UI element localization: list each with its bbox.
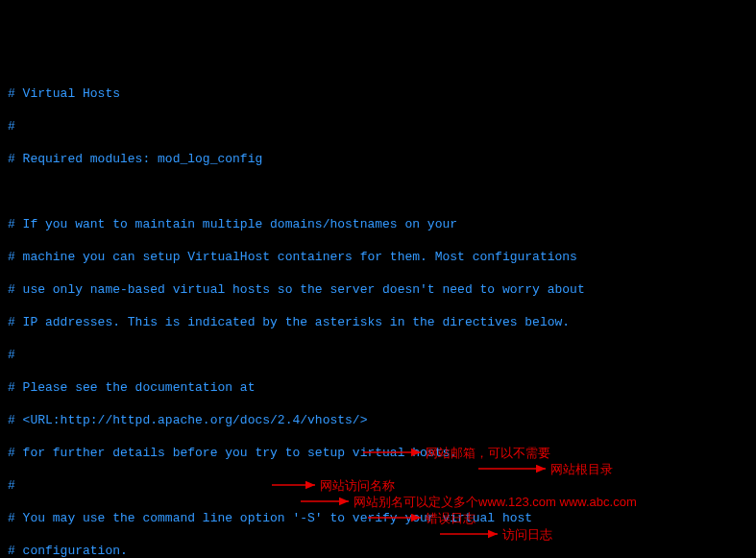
- comment-line: # Please see the documentation at: [8, 379, 748, 396]
- comment-line: # Virtual Hosts: [8, 85, 748, 102]
- comment-line: #: [8, 347, 748, 363]
- annot-serveralias: 网站别名可以定义多个www.123.com www.abc.com: [354, 494, 637, 510]
- blank-line: [8, 183, 748, 200]
- annot-customlog: 访问日志: [502, 526, 552, 543]
- terminal-output: # Virtual Hosts # # Required modules: mo…: [8, 69, 748, 558]
- comment-line: # If you want to maintain multiple domai…: [8, 216, 748, 232]
- annot-documentroot: 网站根目录: [550, 461, 613, 477]
- comment-line: # IP addresses. This is indicated by the…: [8, 314, 748, 330]
- annot-servername: 网站访问名称: [320, 477, 395, 494]
- comment-line: #: [8, 118, 748, 134]
- annot-serveradmin: 网站邮箱，可以不需要: [426, 445, 550, 461]
- comment-line: # configuration.: [8, 543, 748, 558]
- comment-line: # You may use the command line option '-…: [8, 510, 748, 526]
- comment-line: # for further details before you try to …: [8, 445, 748, 461]
- comment-line: # machine you can setup VirtualHost cont…: [8, 249, 748, 265]
- annot-errorlog: 错误日志: [426, 510, 476, 526]
- comment-line: # <URL:http://httpd.apache.org/docs/2.4/…: [8, 412, 748, 428]
- comment-line: # use only name-based virtual hosts so t…: [8, 281, 748, 298]
- comment-line: # Required modules: mod_log_config: [8, 151, 748, 167]
